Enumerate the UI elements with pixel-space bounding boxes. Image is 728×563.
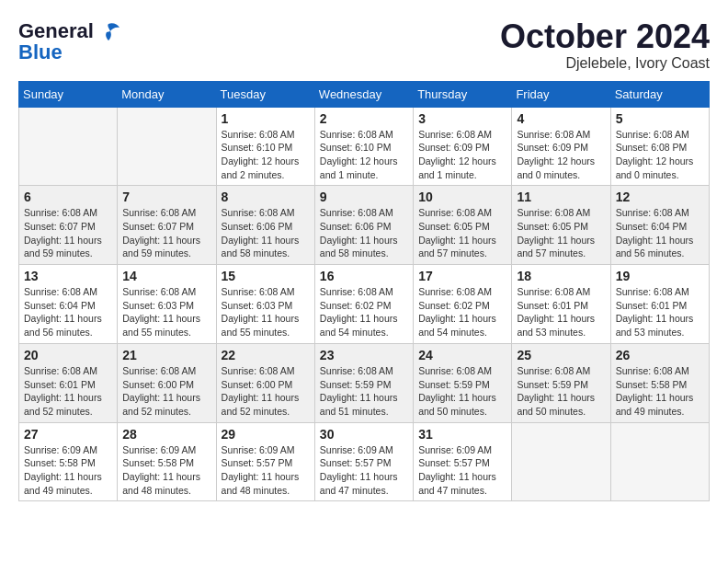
calendar-cell: 3Sunrise: 6:08 AMSunset: 6:09 PMDaylight… <box>414 107 512 186</box>
calendar-cell: 9Sunrise: 6:08 AMSunset: 6:06 PMDaylight… <box>314 186 413 265</box>
day-number: 9 <box>320 190 408 204</box>
day-number: 13 <box>24 269 112 283</box>
calendar-cell: 12Sunrise: 6:08 AMSunset: 6:04 PMDayligh… <box>610 186 709 265</box>
day-number: 6 <box>24 190 112 204</box>
calendar-cell: 23Sunrise: 6:08 AMSunset: 5:59 PMDayligh… <box>314 343 413 422</box>
calendar-cell: 13Sunrise: 6:08 AMSunset: 6:04 PMDayligh… <box>19 265 118 344</box>
day-info: Sunrise: 6:08 AMSunset: 6:01 PMDaylight:… <box>517 285 605 339</box>
calendar-cell: 19Sunrise: 6:08 AMSunset: 6:01 PMDayligh… <box>610 265 709 344</box>
day-number: 21 <box>122 348 210 362</box>
calendar-cell: 10Sunrise: 6:08 AMSunset: 6:05 PMDayligh… <box>414 186 512 265</box>
day-number: 25 <box>517 348 605 362</box>
day-number: 29 <box>222 427 310 442</box>
col-thursday: Thursday <box>414 81 512 107</box>
day-number: 1 <box>222 111 310 126</box>
day-info: Sunrise: 6:08 AMSunset: 6:02 PMDaylight:… <box>320 285 408 339</box>
calendar-cell: 26Sunrise: 6:08 AMSunset: 5:58 PMDayligh… <box>610 343 709 422</box>
col-sunday: Sunday <box>19 81 118 107</box>
day-number: 5 <box>616 111 704 126</box>
day-number: 10 <box>418 190 506 204</box>
month-title: October 2024 <box>500 18 710 55</box>
calendar-cell: 1Sunrise: 6:08 AMSunset: 6:10 PMDaylight… <box>216 107 314 186</box>
calendar-cell: 24Sunrise: 6:08 AMSunset: 5:59 PMDayligh… <box>414 343 512 422</box>
day-info: Sunrise: 6:08 AMSunset: 5:58 PMDaylight:… <box>616 364 704 419</box>
col-saturday: Saturday <box>610 81 709 107</box>
day-info: Sunrise: 6:08 AMSunset: 5:59 PMDaylight:… <box>418 364 506 419</box>
day-number: 2 <box>320 111 408 126</box>
location-subtitle: Djelebele, Ivory Coast <box>500 55 710 72</box>
calendar-cell <box>118 107 216 186</box>
day-info: Sunrise: 6:08 AMSunset: 6:03 PMDaylight:… <box>122 285 210 339</box>
day-number: 30 <box>320 427 408 442</box>
calendar-cell: 31Sunrise: 6:09 AMSunset: 5:57 PMDayligh… <box>414 422 512 501</box>
day-info: Sunrise: 6:09 AMSunset: 5:57 PMDaylight:… <box>418 443 506 498</box>
calendar-cell: 8Sunrise: 6:08 AMSunset: 6:06 PMDaylight… <box>216 186 314 265</box>
day-number: 28 <box>122 427 210 442</box>
calendar-cell: 18Sunrise: 6:08 AMSunset: 6:01 PMDayligh… <box>512 265 610 344</box>
day-info: Sunrise: 6:08 AMSunset: 5:59 PMDaylight:… <box>517 364 605 419</box>
calendar-cell: 28Sunrise: 6:09 AMSunset: 5:58 PMDayligh… <box>118 422 216 501</box>
calendar-week-row: 1Sunrise: 6:08 AMSunset: 6:10 PMDaylight… <box>19 107 710 186</box>
calendar-cell: 25Sunrise: 6:08 AMSunset: 5:59 PMDayligh… <box>512 343 610 422</box>
day-info: Sunrise: 6:08 AMSunset: 6:09 PMDaylight:… <box>517 128 605 182</box>
day-number: 19 <box>616 269 704 283</box>
calendar-cell: 6Sunrise: 6:08 AMSunset: 6:07 PMDaylight… <box>19 186 118 265</box>
calendar-cell: 4Sunrise: 6:08 AMSunset: 6:09 PMDaylight… <box>512 107 610 186</box>
day-info: Sunrise: 6:08 AMSunset: 6:01 PMDaylight:… <box>24 364 112 419</box>
day-number: 24 <box>418 348 506 362</box>
col-friday: Friday <box>512 81 610 107</box>
calendar-cell: 5Sunrise: 6:08 AMSunset: 6:08 PMDaylight… <box>610 107 709 186</box>
day-info: Sunrise: 6:08 AMSunset: 6:03 PMDaylight:… <box>222 285 310 339</box>
calendar-cell: 22Sunrise: 6:08 AMSunset: 6:00 PMDayligh… <box>216 343 314 422</box>
day-number: 4 <box>517 111 605 126</box>
day-info: Sunrise: 6:08 AMSunset: 6:02 PMDaylight:… <box>418 285 506 339</box>
day-info: Sunrise: 6:09 AMSunset: 5:58 PMDaylight:… <box>24 443 112 498</box>
day-info: Sunrise: 6:08 AMSunset: 6:07 PMDaylight:… <box>24 206 112 260</box>
calendar-cell: 29Sunrise: 6:09 AMSunset: 5:57 PMDayligh… <box>216 422 314 501</box>
day-number: 16 <box>320 269 408 283</box>
day-info: Sunrise: 6:09 AMSunset: 5:57 PMDaylight:… <box>320 443 408 498</box>
calendar-header-row: Sunday Monday Tuesday Wednesday Thursday… <box>19 81 710 107</box>
day-info: Sunrise: 6:08 AMSunset: 6:00 PMDaylight:… <box>222 364 310 419</box>
logo: General Blue <box>18 18 121 64</box>
day-info: Sunrise: 6:08 AMSunset: 6:07 PMDaylight:… <box>122 206 210 260</box>
calendar-cell: 2Sunrise: 6:08 AMSunset: 6:10 PMDaylight… <box>314 107 413 186</box>
day-info: Sunrise: 6:08 AMSunset: 6:10 PMDaylight:… <box>320 128 408 182</box>
day-number: 26 <box>616 348 704 362</box>
day-number: 11 <box>517 190 605 204</box>
day-info: Sunrise: 6:08 AMSunset: 6:01 PMDaylight:… <box>616 285 704 339</box>
calendar-cell: 27Sunrise: 6:09 AMSunset: 5:58 PMDayligh… <box>19 422 118 501</box>
calendar-cell: 7Sunrise: 6:08 AMSunset: 6:07 PMDaylight… <box>118 186 216 265</box>
calendar-table: Sunday Monday Tuesday Wednesday Thursday… <box>18 81 710 502</box>
col-monday: Monday <box>118 81 216 107</box>
calendar-cell <box>610 422 709 501</box>
calendar-week-row: 27Sunrise: 6:09 AMSunset: 5:58 PMDayligh… <box>19 422 710 501</box>
day-number: 31 <box>418 427 506 442</box>
calendar-cell: 30Sunrise: 6:09 AMSunset: 5:57 PMDayligh… <box>314 422 413 501</box>
day-number: 27 <box>24 427 112 442</box>
day-info: Sunrise: 6:08 AMSunset: 6:06 PMDaylight:… <box>222 206 310 260</box>
day-number: 22 <box>222 348 310 362</box>
day-number: 15 <box>222 269 310 283</box>
day-info: Sunrise: 6:08 AMSunset: 6:05 PMDaylight:… <box>517 206 605 260</box>
col-tuesday: Tuesday <box>216 81 314 107</box>
title-section: October 2024 Djelebele, Ivory Coast <box>500 18 710 72</box>
day-info: Sunrise: 6:08 AMSunset: 6:04 PMDaylight:… <box>24 285 112 339</box>
page-header: General Blue October 2024 Djelebele, Ivo… <box>18 18 710 72</box>
calendar-week-row: 20Sunrise: 6:08 AMSunset: 6:01 PMDayligh… <box>19 343 710 422</box>
calendar-cell: 14Sunrise: 6:08 AMSunset: 6:03 PMDayligh… <box>118 265 216 344</box>
day-info: Sunrise: 6:08 AMSunset: 6:09 PMDaylight:… <box>418 128 506 182</box>
day-info: Sunrise: 6:09 AMSunset: 5:57 PMDaylight:… <box>222 443 310 498</box>
day-number: 12 <box>616 190 704 204</box>
day-number: 7 <box>122 190 210 204</box>
day-number: 20 <box>24 348 112 362</box>
calendar-cell: 15Sunrise: 6:08 AMSunset: 6:03 PMDayligh… <box>216 265 314 344</box>
day-number: 3 <box>418 111 506 126</box>
day-info: Sunrise: 6:09 AMSunset: 5:58 PMDaylight:… <box>122 443 210 498</box>
calendar-cell: 16Sunrise: 6:08 AMSunset: 6:02 PMDayligh… <box>314 265 413 344</box>
calendar-cell <box>19 107 118 186</box>
day-info: Sunrise: 6:08 AMSunset: 6:06 PMDaylight:… <box>320 206 408 260</box>
calendar-cell: 17Sunrise: 6:08 AMSunset: 6:02 PMDayligh… <box>414 265 512 344</box>
calendar-week-row: 6Sunrise: 6:08 AMSunset: 6:07 PMDaylight… <box>19 186 710 265</box>
day-info: Sunrise: 6:08 AMSunset: 6:04 PMDaylight:… <box>616 206 704 260</box>
